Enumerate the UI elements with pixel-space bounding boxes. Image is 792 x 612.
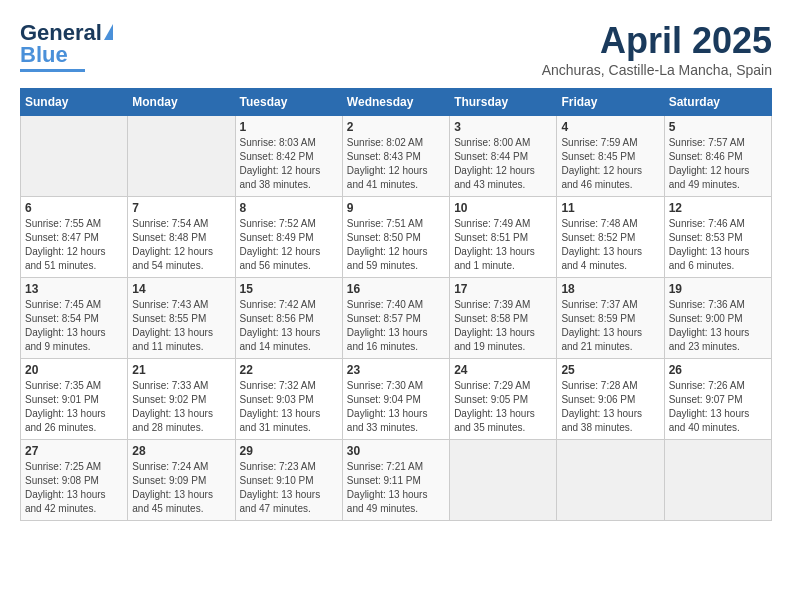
calendar-cell: 19Sunrise: 7:36 AM Sunset: 9:00 PM Dayli… <box>664 278 771 359</box>
calendar-cell: 5Sunrise: 7:57 AM Sunset: 8:46 PM Daylig… <box>664 116 771 197</box>
day-info: Sunrise: 7:57 AM Sunset: 8:46 PM Dayligh… <box>669 136 767 192</box>
day-info: Sunrise: 7:39 AM Sunset: 8:58 PM Dayligh… <box>454 298 552 354</box>
weekday-header: Saturday <box>664 89 771 116</box>
weekday-header: Tuesday <box>235 89 342 116</box>
day-info: Sunrise: 7:46 AM Sunset: 8:53 PM Dayligh… <box>669 217 767 273</box>
day-number: 14 <box>132 282 230 296</box>
calendar-cell: 7Sunrise: 7:54 AM Sunset: 8:48 PM Daylig… <box>128 197 235 278</box>
day-info: Sunrise: 7:40 AM Sunset: 8:57 PM Dayligh… <box>347 298 445 354</box>
day-number: 26 <box>669 363 767 377</box>
calendar-week-row: 20Sunrise: 7:35 AM Sunset: 9:01 PM Dayli… <box>21 359 772 440</box>
calendar-cell: 11Sunrise: 7:48 AM Sunset: 8:52 PM Dayli… <box>557 197 664 278</box>
calendar-cell: 12Sunrise: 7:46 AM Sunset: 8:53 PM Dayli… <box>664 197 771 278</box>
day-info: Sunrise: 7:51 AM Sunset: 8:50 PM Dayligh… <box>347 217 445 273</box>
logo-underline <box>20 69 85 72</box>
day-number: 1 <box>240 120 338 134</box>
calendar-week-row: 13Sunrise: 7:45 AM Sunset: 8:54 PM Dayli… <box>21 278 772 359</box>
day-number: 30 <box>347 444 445 458</box>
weekday-header: Monday <box>128 89 235 116</box>
day-info: Sunrise: 7:21 AM Sunset: 9:11 PM Dayligh… <box>347 460 445 516</box>
logo: General Blue <box>20 20 113 72</box>
day-number: 7 <box>132 201 230 215</box>
calendar-cell: 28Sunrise: 7:24 AM Sunset: 9:09 PM Dayli… <box>128 440 235 521</box>
calendar-cell: 20Sunrise: 7:35 AM Sunset: 9:01 PM Dayli… <box>21 359 128 440</box>
calendar-cell: 10Sunrise: 7:49 AM Sunset: 8:51 PM Dayli… <box>450 197 557 278</box>
calendar-cell: 26Sunrise: 7:26 AM Sunset: 9:07 PM Dayli… <box>664 359 771 440</box>
day-info: Sunrise: 7:26 AM Sunset: 9:07 PM Dayligh… <box>669 379 767 435</box>
day-info: Sunrise: 7:32 AM Sunset: 9:03 PM Dayligh… <box>240 379 338 435</box>
title-section: April 2025 Anchuras, Castille-La Mancha,… <box>542 20 772 78</box>
day-number: 27 <box>25 444 123 458</box>
day-number: 19 <box>669 282 767 296</box>
calendar-cell: 27Sunrise: 7:25 AM Sunset: 9:08 PM Dayli… <box>21 440 128 521</box>
calendar-cell: 13Sunrise: 7:45 AM Sunset: 8:54 PM Dayli… <box>21 278 128 359</box>
page-header: General Blue April 2025 Anchuras, Castil… <box>20 20 772 78</box>
day-number: 5 <box>669 120 767 134</box>
calendar-table: SundayMondayTuesdayWednesdayThursdayFrid… <box>20 88 772 521</box>
calendar-week-row: 27Sunrise: 7:25 AM Sunset: 9:08 PM Dayli… <box>21 440 772 521</box>
calendar-cell: 15Sunrise: 7:42 AM Sunset: 8:56 PM Dayli… <box>235 278 342 359</box>
day-info: Sunrise: 7:24 AM Sunset: 9:09 PM Dayligh… <box>132 460 230 516</box>
calendar-cell <box>557 440 664 521</box>
calendar-cell <box>450 440 557 521</box>
calendar-cell: 3Sunrise: 8:00 AM Sunset: 8:44 PM Daylig… <box>450 116 557 197</box>
calendar-cell <box>664 440 771 521</box>
day-number: 21 <box>132 363 230 377</box>
calendar-cell: 21Sunrise: 7:33 AM Sunset: 9:02 PM Dayli… <box>128 359 235 440</box>
day-info: Sunrise: 8:03 AM Sunset: 8:42 PM Dayligh… <box>240 136 338 192</box>
calendar-cell: 1Sunrise: 8:03 AM Sunset: 8:42 PM Daylig… <box>235 116 342 197</box>
calendar-cell: 24Sunrise: 7:29 AM Sunset: 9:05 PM Dayli… <box>450 359 557 440</box>
day-number: 29 <box>240 444 338 458</box>
month-title: April 2025 <box>542 20 772 62</box>
day-info: Sunrise: 7:42 AM Sunset: 8:56 PM Dayligh… <box>240 298 338 354</box>
calendar-cell: 22Sunrise: 7:32 AM Sunset: 9:03 PM Dayli… <box>235 359 342 440</box>
subtitle: Anchuras, Castille-La Mancha, Spain <box>542 62 772 78</box>
logo-blue: Blue <box>20 42 68 68</box>
day-number: 17 <box>454 282 552 296</box>
day-number: 4 <box>561 120 659 134</box>
calendar-cell: 23Sunrise: 7:30 AM Sunset: 9:04 PM Dayli… <box>342 359 449 440</box>
day-info: Sunrise: 7:36 AM Sunset: 9:00 PM Dayligh… <box>669 298 767 354</box>
day-info: Sunrise: 7:35 AM Sunset: 9:01 PM Dayligh… <box>25 379 123 435</box>
weekday-header: Wednesday <box>342 89 449 116</box>
calendar-week-row: 1Sunrise: 8:03 AM Sunset: 8:42 PM Daylig… <box>21 116 772 197</box>
day-number: 24 <box>454 363 552 377</box>
day-info: Sunrise: 7:37 AM Sunset: 8:59 PM Dayligh… <box>561 298 659 354</box>
day-info: Sunrise: 7:54 AM Sunset: 8:48 PM Dayligh… <box>132 217 230 273</box>
day-info: Sunrise: 7:25 AM Sunset: 9:08 PM Dayligh… <box>25 460 123 516</box>
logo-triangle-icon <box>104 24 113 40</box>
weekday-header: Friday <box>557 89 664 116</box>
day-number: 28 <box>132 444 230 458</box>
calendar-body: 1Sunrise: 8:03 AM Sunset: 8:42 PM Daylig… <box>21 116 772 521</box>
day-info: Sunrise: 7:43 AM Sunset: 8:55 PM Dayligh… <box>132 298 230 354</box>
day-number: 8 <box>240 201 338 215</box>
day-number: 22 <box>240 363 338 377</box>
calendar-cell: 9Sunrise: 7:51 AM Sunset: 8:50 PM Daylig… <box>342 197 449 278</box>
calendar-cell: 18Sunrise: 7:37 AM Sunset: 8:59 PM Dayli… <box>557 278 664 359</box>
day-number: 15 <box>240 282 338 296</box>
calendar-cell: 29Sunrise: 7:23 AM Sunset: 9:10 PM Dayli… <box>235 440 342 521</box>
weekday-header: Thursday <box>450 89 557 116</box>
calendar-cell: 16Sunrise: 7:40 AM Sunset: 8:57 PM Dayli… <box>342 278 449 359</box>
day-info: Sunrise: 8:02 AM Sunset: 8:43 PM Dayligh… <box>347 136 445 192</box>
day-number: 11 <box>561 201 659 215</box>
calendar-cell: 25Sunrise: 7:28 AM Sunset: 9:06 PM Dayli… <box>557 359 664 440</box>
day-number: 9 <box>347 201 445 215</box>
day-info: Sunrise: 7:49 AM Sunset: 8:51 PM Dayligh… <box>454 217 552 273</box>
day-info: Sunrise: 7:30 AM Sunset: 9:04 PM Dayligh… <box>347 379 445 435</box>
calendar-cell <box>21 116 128 197</box>
calendar-cell: 17Sunrise: 7:39 AM Sunset: 8:58 PM Dayli… <box>450 278 557 359</box>
day-info: Sunrise: 8:00 AM Sunset: 8:44 PM Dayligh… <box>454 136 552 192</box>
day-number: 2 <box>347 120 445 134</box>
calendar-week-row: 6Sunrise: 7:55 AM Sunset: 8:47 PM Daylig… <box>21 197 772 278</box>
day-number: 3 <box>454 120 552 134</box>
day-number: 16 <box>347 282 445 296</box>
day-info: Sunrise: 7:52 AM Sunset: 8:49 PM Dayligh… <box>240 217 338 273</box>
calendar-cell: 4Sunrise: 7:59 AM Sunset: 8:45 PM Daylig… <box>557 116 664 197</box>
day-number: 18 <box>561 282 659 296</box>
day-info: Sunrise: 7:45 AM Sunset: 8:54 PM Dayligh… <box>25 298 123 354</box>
calendar-cell: 2Sunrise: 8:02 AM Sunset: 8:43 PM Daylig… <box>342 116 449 197</box>
day-number: 20 <box>25 363 123 377</box>
calendar-cell <box>128 116 235 197</box>
day-info: Sunrise: 7:23 AM Sunset: 9:10 PM Dayligh… <box>240 460 338 516</box>
